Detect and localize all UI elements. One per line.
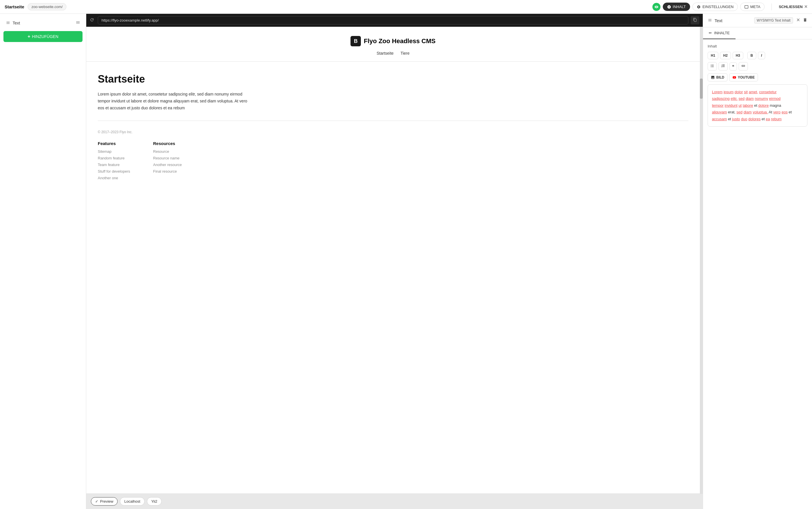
preview-tab-button[interactable]: ✓ Preview xyxy=(91,497,118,506)
delete-panel-button[interactable] xyxy=(803,18,807,23)
sidebar-header: Text xyxy=(3,17,82,29)
footer-link[interactable]: Random feature xyxy=(98,156,130,160)
url-badge: zoo-webseite.com/ xyxy=(28,3,66,10)
format-toolbar-row3: BILD YOUTUBE xyxy=(708,73,807,81)
url-bar: https://flyo-zooexample.netlify.app/ xyxy=(98,16,688,25)
site-copyright: © 2017–2023 Flyo Inc. xyxy=(98,130,688,134)
preview-bottom: ✓ Preview Localhost Yii2 xyxy=(86,494,703,509)
nav-tiere[interactable]: Tiere xyxy=(401,51,409,56)
footer-link[interactable]: Resource xyxy=(153,149,182,154)
bold-button[interactable]: B xyxy=(747,52,756,59)
scrollbar[interactable] xyxy=(700,27,703,494)
panel-actions xyxy=(796,18,807,23)
footer-link[interactable]: Resource name xyxy=(153,156,182,160)
features-heading: Features xyxy=(98,141,130,146)
copy-url-button[interactable] xyxy=(691,16,699,25)
close-panel-button[interactable] xyxy=(796,18,801,23)
pencil-icon: ✏ xyxy=(709,31,712,35)
footer-link[interactable]: Final resource xyxy=(153,169,182,173)
bild-button[interactable]: BILD xyxy=(708,73,728,81)
h1-button[interactable]: H1 xyxy=(708,52,718,59)
logo-icon: B xyxy=(350,36,361,46)
site-divider xyxy=(98,121,688,121)
nav-startseite[interactable]: Startseite xyxy=(377,51,394,56)
site-header: B Flyo Zoo Headless CMS Startseite Tiere xyxy=(86,27,700,62)
text-block-icon xyxy=(6,21,10,26)
footer-link[interactable]: Sitemap xyxy=(98,149,130,154)
site-nav: Startseite Tiere xyxy=(377,51,410,56)
right-panel: Text WYSIWYG Text Inhalt ✏ INHALTE Inhal… xyxy=(703,14,812,509)
footer-link[interactable]: Team feature xyxy=(98,163,130,167)
left-sidebar: Text + HINZUFÜGEN xyxy=(0,14,86,509)
menu-icon[interactable] xyxy=(76,20,80,26)
site-body-text: Lorem ipsum dolor sit amet, consetetur s… xyxy=(98,91,247,111)
format-toolbar-row2: ❝ xyxy=(708,62,807,70)
preview-toolbar: https://flyo-zooexample.netlify.app/ xyxy=(86,14,703,27)
topbar-nav: INHALT EINSTELLUNGEN META xyxy=(653,3,765,11)
site-main: Startseite Lorem ipsum dolor sit amet, c… xyxy=(86,62,700,194)
add-button[interactable]: + HINZUFÜGEN xyxy=(3,31,82,42)
plus-icon: + xyxy=(28,34,30,39)
tab-inhalte[interactable]: ✏ INHALTE xyxy=(703,27,736,39)
format-toolbar-row1: H1 H2 H3 B I xyxy=(708,52,807,59)
youtube-button[interactable]: YOUTUBE xyxy=(729,73,758,81)
eye-icon[interactable] xyxy=(653,3,661,11)
preview-content: B Flyo Zoo Headless CMS Startseite Tiere… xyxy=(86,27,700,494)
footer-link[interactable]: Another resource xyxy=(153,163,182,167)
site-logo: B Flyo Zoo Headless CMS xyxy=(350,36,435,46)
right-panel-body: Inhalt H1 H2 H3 B I ❝ xyxy=(703,39,812,509)
footer-link[interactable]: Another one xyxy=(98,176,130,180)
topbar: Startseite zoo-webseite.com/ INHALT EINS… xyxy=(0,0,812,14)
rich-text-editor[interactable]: Lorem ipsum dolor sit amet, consetetur s… xyxy=(708,84,807,127)
close-x-icon: × xyxy=(804,4,807,10)
check-icon: ✓ xyxy=(95,499,98,504)
site-footer-col-features: Features Sitemap Random feature Team fea… xyxy=(98,141,130,182)
link-button[interactable] xyxy=(739,62,748,70)
site-footer: © 2017–2023 Flyo Inc. Features Sitemap R… xyxy=(98,130,688,182)
panel-badge: WYSIWYG Text Inhalt xyxy=(754,17,793,24)
close-button[interactable]: SCHLIESSEN × xyxy=(779,4,807,10)
ordered-list-button[interactable] xyxy=(718,62,728,70)
h3-button[interactable]: H3 xyxy=(733,52,743,59)
refresh-icon[interactable] xyxy=(90,18,94,23)
site-page-title: Startseite xyxy=(98,73,688,85)
italic-button[interactable]: I xyxy=(758,52,765,59)
scrollbar-thumb[interactable] xyxy=(700,78,703,99)
field-label: Inhalt xyxy=(708,44,807,48)
right-panel-title: Text xyxy=(708,18,751,23)
preview-area: https://flyo-zooexample.netlify.app/ B F… xyxy=(86,14,703,509)
inhalt-button[interactable]: INHALT xyxy=(663,3,690,11)
yii2-tab-button[interactable]: Yii2 xyxy=(147,497,161,506)
site-footer-cols: Features Sitemap Random feature Team fea… xyxy=(98,141,688,182)
unordered-list-button[interactable] xyxy=(708,62,717,70)
h2-button[interactable]: H2 xyxy=(720,52,731,59)
right-panel-header: Text WYSIWYG Text Inhalt xyxy=(703,14,812,27)
sidebar-title: Text xyxy=(6,21,20,26)
footer-link[interactable]: Stuff for developers xyxy=(98,169,130,173)
quote-button[interactable]: ❝ xyxy=(730,62,737,70)
right-panel-tabs: ✏ INHALTE xyxy=(703,27,812,39)
text-panel-icon xyxy=(708,18,712,23)
main-layout: Text + HINZUFÜGEN https://flyo-zooexampl… xyxy=(0,14,812,509)
einstellungen-button[interactable]: EINSTELLUNGEN xyxy=(692,3,738,11)
site-footer-col-resources: Resources Resource Resource name Another… xyxy=(153,141,182,182)
localhost-tab-button[interactable]: Localhost xyxy=(120,497,145,506)
page-title: Startseite xyxy=(5,4,24,9)
resources-heading: Resources xyxy=(153,141,182,146)
meta-button[interactable]: META xyxy=(740,3,765,11)
